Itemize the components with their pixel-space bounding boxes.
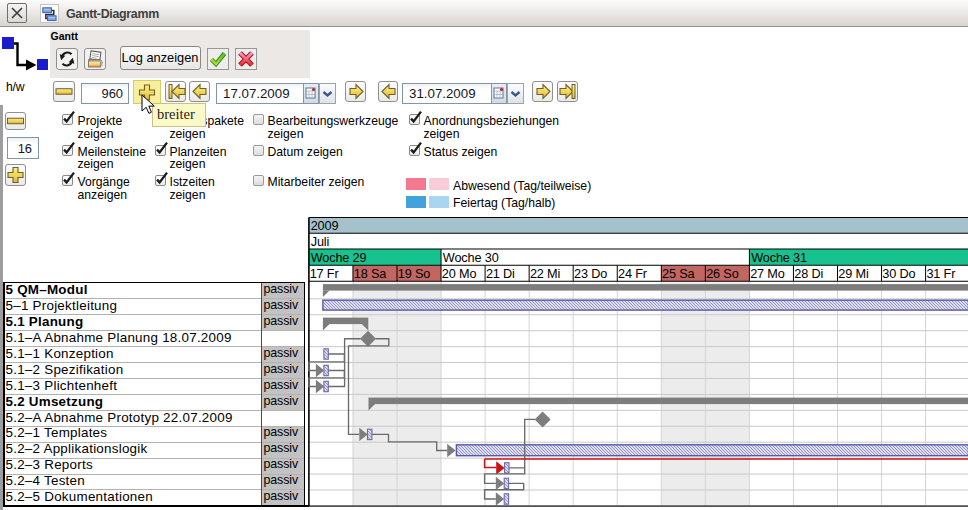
svg-text:22 Mi: 22 Mi [530,267,560,281]
svg-text:20 Mo: 20 Mo [442,267,477,281]
svg-text:31 Fr: 31 Fr [926,267,956,281]
svg-text:18 Sa: 18 Sa [354,267,387,281]
svg-text:30 Do: 30 Do [882,267,915,281]
svg-text:Juli: Juli [311,235,329,249]
svg-text:19 So: 19 So [398,267,430,281]
svg-text:Woche 30: Woche 30 [443,251,499,265]
svg-text:26 So: 26 So [706,267,738,281]
svg-text:24 Fr: 24 Fr [618,267,648,281]
svg-text:2009: 2009 [311,219,339,233]
svg-text:28 Di: 28 Di [794,267,823,281]
svg-text:27 Mo: 27 Mo [750,267,785,281]
svg-text:21 Di: 21 Di [486,267,515,281]
svg-text:23 Do: 23 Do [574,267,607,281]
svg-text:29 Mi: 29 Mi [838,267,868,281]
svg-text:17 Fr: 17 Fr [310,267,340,281]
svg-text:Woche 29: Woche 29 [311,251,367,265]
svg-text:Woche 31: Woche 31 [751,251,807,265]
svg-text:25 Sa: 25 Sa [662,267,695,281]
